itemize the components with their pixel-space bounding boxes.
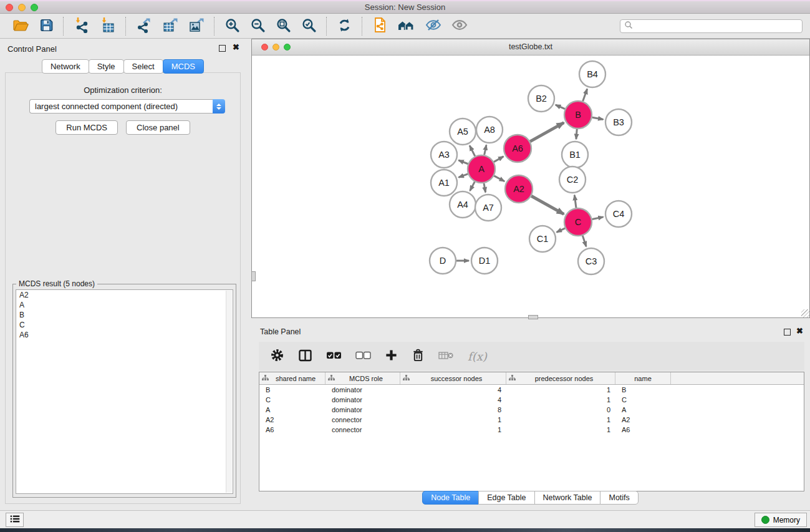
table-cell[interactable]: connector [325, 426, 400, 433]
close-table-panel-icon[interactable]: ✖ [796, 326, 803, 336]
mcds-result-list[interactable]: A2ABCA6 [16, 289, 233, 494]
edge-A-A4[interactable] [470, 181, 475, 191]
window-resize-grip-bottom[interactable] [528, 315, 538, 319]
table-cell[interactable]: dominator [325, 396, 400, 404]
table-cell[interactable]: 4 [400, 396, 506, 404]
column-header-MCDS-role[interactable]: MCDS role [325, 372, 400, 384]
edge-B-B4[interactable] [583, 89, 587, 102]
table-cell[interactable]: dominator [325, 406, 400, 414]
hide-graphics-details-button[interactable] [420, 16, 446, 36]
run-mcds-button[interactable]: Run MCDS [55, 120, 118, 135]
zoom-selected-button[interactable] [296, 16, 322, 36]
search-input[interactable] [633, 21, 798, 31]
show-graphics-details-button[interactable] [446, 16, 473, 36]
close-panel-button[interactable]: Close panel [126, 120, 190, 135]
zoom-window-icon[interactable] [31, 4, 38, 11]
table-cell[interactable]: 4 [400, 386, 506, 394]
table-cell[interactable]: C [615, 396, 671, 404]
column-header-name[interactable]: name [615, 372, 671, 384]
edge-A-A1[interactable] [458, 174, 468, 177]
column-header-predecessor-nodes[interactable]: predecessor nodes [506, 372, 615, 384]
optimization-criterion-select[interactable]: largest connected component (directed) [29, 99, 225, 114]
table-row[interactable]: Bdominator41B [259, 385, 804, 395]
column-header-successor-nodes[interactable]: successor nodes [400, 372, 506, 384]
network-window-titlebar[interactable]: testGlobe.txt [252, 39, 809, 56]
edge-A-A2[interactable] [494, 176, 504, 181]
edge-C-C2[interactable] [574, 195, 576, 208]
export-image-button[interactable] [183, 16, 210, 36]
float-panel-icon[interactable] [219, 45, 226, 52]
tab-style[interactable]: Style [89, 59, 124, 74]
tab-mcds[interactable]: MCDS [163, 59, 204, 74]
window-resize-grip-left[interactable] [251, 271, 256, 281]
export-network-button[interactable] [131, 16, 157, 36]
table-cell[interactable]: A [259, 406, 325, 414]
open-session-button[interactable] [7, 16, 34, 36]
edge-C-C4[interactable] [592, 217, 604, 220]
network-canvas[interactable]: B4B2BB3A8A5A6B1A3AC2A1A2A4A7C4CC1DD1C3 [252, 56, 809, 317]
edge-A-A5[interactable] [470, 145, 475, 156]
network-graph[interactable]: B4B2BB3A8A5A6B1A3AC2A1A2A4A7C4CC1DD1C3 [252, 56, 809, 317]
edge-A2-C[interactable] [531, 196, 564, 214]
table-cell[interactable]: 1 [506, 426, 615, 433]
tab-network[interactable]: Network [42, 59, 89, 74]
function-builder-button[interactable]: f(x) [466, 349, 488, 364]
table-cell[interactable]: A2 [615, 416, 671, 423]
window-resize-grip-corner[interactable] [801, 309, 809, 317]
table-cell[interactable]: C [259, 396, 325, 404]
table-cell[interactable]: A6 [259, 426, 325, 433]
table-row[interactable]: Cdominator41C [259, 395, 804, 405]
split-panel-button[interactable] [297, 347, 314, 365]
table-row[interactable]: A2connector11A2 [259, 415, 804, 425]
save-session-button[interactable] [34, 17, 59, 36]
import-network-button[interactable] [69, 16, 95, 36]
table-cell[interactable]: A6 [615, 426, 671, 433]
edge-C-C1[interactable] [557, 228, 566, 232]
table-cell[interactable]: 1 [400, 416, 506, 423]
table-cell[interactable]: dominator [325, 386, 400, 394]
table-mode-button[interactable] [269, 347, 286, 365]
edge-A6-B[interactable] [530, 123, 564, 142]
create-column-button[interactable] [383, 347, 399, 365]
unselect-all-columns-button[interactable] [354, 350, 372, 363]
memory-button[interactable]: Memory [755, 513, 807, 527]
edge-A-A7[interactable] [484, 183, 486, 193]
mcds-result-item[interactable]: A [16, 300, 233, 310]
task-history-button[interactable] [6, 513, 24, 527]
mcds-result-item[interactable]: A2 [16, 290, 233, 300]
zoom-out-button[interactable] [245, 16, 271, 36]
edge-A-A8[interactable] [485, 145, 486, 155]
delete-columns-button[interactable] [410, 347, 426, 365]
result-list-scrollbar[interactable] [226, 291, 232, 493]
table-cell[interactable]: B [259, 386, 325, 394]
edge-B-B2[interactable] [556, 105, 565, 109]
table-row[interactable]: Adominator80A [259, 405, 804, 415]
tab-node-table[interactable]: Node Table [422, 491, 479, 505]
tab-select[interactable]: Select [123, 59, 163, 74]
select-all-columns-button[interactable] [325, 350, 343, 363]
float-table-panel-icon[interactable] [784, 329, 791, 336]
zoom-network-window-icon[interactable] [284, 44, 291, 51]
refresh-view-button[interactable] [332, 16, 357, 36]
mcds-result-item[interactable]: C [16, 320, 233, 330]
table-cell[interactable]: B [615, 386, 671, 394]
tab-edge-table[interactable]: Edge Table [478, 491, 534, 505]
minimize-network-window-icon[interactable] [272, 44, 279, 51]
table-cell[interactable]: 0 [506, 406, 615, 414]
mcds-result-item[interactable]: B [16, 310, 233, 320]
close-panel-icon[interactable]: ✖ [233, 42, 239, 52]
search-field[interactable] [620, 19, 803, 33]
column-header-shared-name[interactable]: shared name [259, 372, 325, 384]
tab-motifs[interactable]: Motifs [600, 491, 638, 505]
edge-A-A3[interactable] [458, 160, 468, 164]
zoom-fit-button[interactable] [271, 16, 296, 36]
export-table-button[interactable] [157, 16, 183, 36]
tab-network-table[interactable]: Network Table [534, 491, 601, 505]
table-cell[interactable]: 8 [400, 406, 506, 414]
delete-table-button[interactable] [437, 349, 455, 364]
edge-B-B1[interactable] [576, 129, 577, 139]
edge-C-C3[interactable] [582, 236, 586, 246]
minimize-window-icon[interactable] [18, 4, 26, 11]
table-cell[interactable]: A2 [259, 416, 325, 423]
import-table-button[interactable] [95, 16, 121, 36]
